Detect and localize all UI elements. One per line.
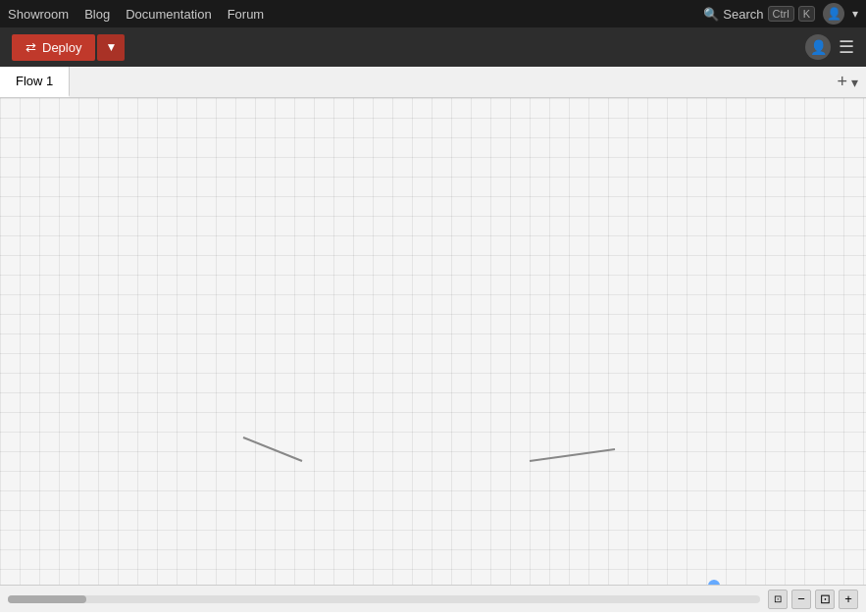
scrollbar-thumb [8, 595, 86, 603]
nav-links: Showroom Blog Documentation Forum [8, 7, 264, 22]
hamburger-icon[interactable]: ☰ [839, 36, 854, 58]
kbd-k: K [798, 6, 815, 22]
search-icon: 🔍 [703, 7, 719, 22]
tab-chevron-button[interactable]: ▾ [851, 75, 858, 90]
tab-flow1[interactable]: Flow 1 [0, 67, 70, 97]
create-order-node-wrapper: ⇄ create order -------------------------… [612, 412, 793, 481]
zoom-in-button[interactable]: + [839, 590, 858, 609]
dca-node-wrapper: dollar cost averaging ------------------… [299, 341, 530, 512]
nav-right: 🔍 Search Ctrl K 👤 ▾ [703, 3, 858, 25]
deploy-icon: ⇄ [25, 40, 36, 55]
zoom-controls: ⊡ − ⊡ + [768, 590, 858, 609]
deploy-dropdown-button[interactable]: ▼ [97, 34, 125, 61]
zoom-fit-button[interactable]: ⊡ [815, 590, 835, 609]
nav-chevron-icon[interactable]: ▾ [852, 7, 858, 21]
zoom-out-button[interactable]: − [791, 590, 811, 609]
user-avatar-toolbar[interactable]: 👤 [805, 34, 831, 60]
tab-bar: Flow 1 + ▾ [0, 67, 866, 98]
nav-blog[interactable]: Blog [84, 7, 110, 22]
tab-controls: + ▾ [829, 67, 866, 97]
minimap-button[interactable]: ⊡ [768, 590, 788, 609]
add-tab-button[interactable]: + [837, 72, 847, 92]
user-avatar-nav[interactable]: 👤 [823, 3, 844, 25]
top-nav: Showroom Blog Documentation Forum 🔍 Sear… [0, 0, 866, 27]
timestamp-node-wrapper: → timestamp (every 3600s) ↩ ⇔ [12, 422, 208, 453]
scrollbar-track[interactable] [8, 595, 760, 603]
kbd-ctrl: Ctrl [768, 6, 794, 22]
nav-showroom[interactable]: Showroom [8, 7, 69, 22]
nav-documentation[interactable]: Documentation [126, 7, 211, 22]
svg-line-1 [530, 449, 615, 461]
nav-forum[interactable]: Forum [228, 7, 265, 22]
toolbar-right: 👤 ☰ [805, 34, 854, 60]
main-toolbar: ⇄ Deploy ▼ 👤 ☰ [0, 27, 866, 67]
search-label: Search [723, 7, 763, 22]
flow-canvas[interactable]: → timestamp (every 3600s) ↩ ⇔ dollar cos… [0, 98, 866, 585]
deploy-group: ⇄ Deploy ▼ [12, 34, 125, 61]
dca-top-port [708, 580, 720, 585]
search-area[interactable]: 🔍 Search Ctrl K [703, 6, 815, 22]
bottom-bar: ⊡ − ⊡ + [0, 585, 866, 612]
deploy-button[interactable]: ⇄ Deploy [12, 34, 95, 61]
svg-line-0 [243, 437, 302, 461]
